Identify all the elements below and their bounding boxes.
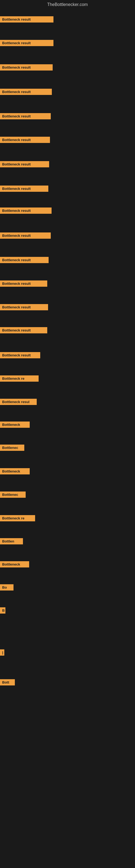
bottleneck-item[interactable]: Bottlenec xyxy=(0,492,26,499)
bottleneck-label: Bottleneck result xyxy=(0,137,50,143)
bottleneck-item[interactable]: Bottleneck result xyxy=(0,208,52,215)
bottleneck-label: Bottleneck result xyxy=(0,232,51,239)
bottleneck-label: Bottlenec xyxy=(0,444,24,451)
bottleneck-label: | xyxy=(0,649,4,656)
site-title: TheBottlenecker.com xyxy=(47,0,88,9)
bottleneck-item[interactable]: Bottleneck result xyxy=(0,327,47,335)
bottleneck-item[interactable]: Bottleneck result xyxy=(0,232,51,240)
bottleneck-item[interactable]: Bottleneck xyxy=(0,468,30,475)
bottleneck-label: Bottleneck xyxy=(0,422,30,428)
bottleneck-item[interactable]: | xyxy=(0,649,4,657)
bottleneck-item[interactable]: Bottleneck xyxy=(0,561,29,568)
bottleneck-item[interactable]: Bo xyxy=(0,584,13,592)
bottleneck-label: Bottleneck result xyxy=(0,327,47,333)
bottleneck-label: Bott xyxy=(0,679,15,685)
bottleneck-item[interactable]: B xyxy=(0,607,5,615)
bottleneck-item[interactable]: Bott xyxy=(0,679,15,686)
bottleneck-item[interactable]: Bottleneck result xyxy=(0,137,50,144)
bottleneck-label: Bottleneck result xyxy=(0,161,49,167)
bottleneck-label: Bottleneck result xyxy=(0,16,53,23)
bottleneck-label: Bottleneck result xyxy=(0,40,53,46)
bottleneck-label: B xyxy=(0,607,5,614)
bottleneck-item[interactable]: Bottleneck result xyxy=(0,352,40,360)
bottleneck-item[interactable]: Bottleneck result xyxy=(0,40,53,47)
bottleneck-label: Bottlen xyxy=(0,538,23,545)
bottleneck-list: Bottleneck resultBottleneck resultBottle… xyxy=(0,9,135,864)
bottleneck-item[interactable]: Bottleneck result xyxy=(0,186,48,193)
bottleneck-label: Bottleneck result xyxy=(0,352,40,358)
bottleneck-item[interactable]: Bottleneck re xyxy=(0,515,35,522)
bottleneck-item[interactable]: Bottleneck xyxy=(0,422,30,429)
bottleneck-label: Bottleneck result xyxy=(0,280,47,287)
bottleneck-item[interactable]: Bottleneck result xyxy=(0,64,53,72)
bottleneck-label: Bottleneck re xyxy=(0,515,35,521)
bottleneck-item[interactable]: Bottleneck result xyxy=(0,16,53,24)
bottleneck-label: Bottleneck result xyxy=(0,208,52,214)
bottleneck-label: Bottleneck result xyxy=(0,113,51,119)
bottleneck-item[interactable]: Bottleneck result xyxy=(0,280,47,288)
bottleneck-label: Bottleneck xyxy=(0,468,30,474)
bottleneck-item[interactable]: Bottlen xyxy=(0,538,23,546)
bottleneck-label: Bottleneck result xyxy=(0,64,53,70)
bottleneck-label: Bottleneck re xyxy=(0,375,39,382)
bottleneck-label: Bottleneck result xyxy=(0,89,52,95)
bottleneck-label: Bottleneck xyxy=(0,561,29,567)
bottleneck-label: Bottleneck result xyxy=(0,186,48,192)
bottleneck-item[interactable]: Bottleneck result xyxy=(0,304,48,311)
bottleneck-label: Bottlenec xyxy=(0,492,26,498)
bottleneck-item[interactable]: Bottleneck result xyxy=(0,257,49,264)
bottleneck-item[interactable]: Bottleneck re xyxy=(0,375,39,383)
bottleneck-label: Bottleneck result xyxy=(0,257,49,263)
site-title-container: TheBottlenecker.com xyxy=(0,0,135,9)
bottleneck-label: Bo xyxy=(0,584,13,590)
bottleneck-label: Bottleneck result xyxy=(0,304,48,310)
bottleneck-item[interactable]: Bottleneck result xyxy=(0,113,51,120)
bottleneck-item[interactable]: Bottleneck resul xyxy=(0,399,37,406)
bottleneck-item[interactable]: Bottleneck result xyxy=(0,89,52,96)
bottleneck-item[interactable]: Bottlenec xyxy=(0,444,24,452)
bottleneck-label: Bottleneck resul xyxy=(0,399,37,405)
bottleneck-item[interactable]: Bottleneck result xyxy=(0,161,49,168)
